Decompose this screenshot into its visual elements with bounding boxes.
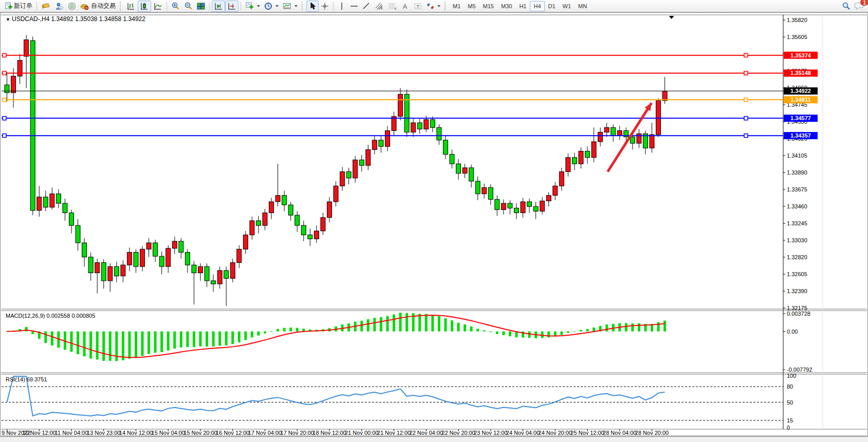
vertical-line-icon	[339, 2, 345, 10]
template-button[interactable]	[281, 1, 300, 12]
svg-text:13 Nov 23:00: 13 Nov 23:00	[87, 430, 120, 436]
arrows-icon	[427, 2, 435, 10]
new-order-icon	[4, 2, 12, 10]
candlestick-chart-button[interactable]	[138, 1, 151, 12]
svg-text:28 Nov 04:00: 28 Nov 04:00	[603, 430, 636, 436]
crosshair-icon	[321, 2, 329, 10]
svg-text:1.35820: 1.35820	[787, 17, 807, 23]
zoom-out-button[interactable]	[182, 1, 195, 12]
indicators-icon	[245, 2, 254, 10]
svg-text:11 Nov 04:00: 11 Nov 04:00	[55, 430, 88, 436]
date-axis[interactable]: 9 Nov 202210 Nov 12:0011 Nov 04:0013 Nov…	[2, 429, 669, 436]
trendline-icon	[362, 2, 371, 10]
toolbar-separator	[241, 2, 241, 11]
macd-label: MACD(12,26,9) 0.002558 0.000805	[6, 313, 95, 319]
cursor-button[interactable]	[306, 1, 319, 12]
signal-button[interactable]	[66, 1, 78, 12]
text-button[interactable]: A	[399, 1, 412, 12]
svg-text:10 Nov 12:00: 10 Nov 12:00	[23, 430, 56, 436]
svg-text:0: 0	[787, 425, 790, 431]
agent-button[interactable]	[52, 1, 66, 12]
toolbar-separator	[209, 2, 210, 11]
chat-button[interactable]: 1	[853, 1, 866, 12]
search-icon	[842, 2, 851, 10]
status-bar	[0, 437, 868, 441]
gold-ingot-button[interactable]	[39, 1, 52, 12]
line-chart-button[interactable]	[151, 1, 164, 12]
crosshair-button[interactable]	[319, 1, 331, 12]
timeframe-m30[interactable]: M30	[497, 1, 515, 11]
text-label-button[interactable]: T	[412, 1, 424, 12]
chart-canvas[interactable]: 1.358201.356051.353901.351751.349601.347…	[1, 13, 867, 436]
new-order-button[interactable]: 新订单	[2, 1, 34, 12]
toolbar-separator	[167, 2, 167, 11]
svg-text:1.32390: 1.32390	[787, 288, 807, 294]
svg-text:1.33245: 1.33245	[787, 220, 807, 226]
notification-badge: 1	[860, 0, 868, 6]
signal-icon	[68, 2, 76, 10]
search-button[interactable]	[840, 1, 853, 12]
timeframe-h4[interactable]: H4	[530, 1, 544, 11]
chart-title-symbol: USDCAD-,H4	[12, 15, 49, 23]
chart-title: ▼ USDCAD-,H4 1.34892 1.35038 1.34858 1.3…	[6, 15, 145, 23]
auto-trading-icon	[80, 2, 89, 10]
vertical-line-button[interactable]	[336, 1, 348, 12]
chart-shift-icon	[227, 2, 236, 10]
svg-text:1.33030: 1.33030	[787, 237, 807, 243]
template-icon	[283, 2, 292, 10]
svg-text:-0.007792: -0.007792	[787, 367, 812, 373]
svg-text:0.00: 0.00	[787, 329, 798, 335]
svg-text:0.003728: 0.003728	[787, 311, 810, 317]
auto-trading-button[interactable]: 自动交易	[78, 1, 118, 12]
svg-text:25 Nov 12:00: 25 Nov 12:00	[570, 430, 604, 436]
svg-text:1.34105: 1.34105	[787, 152, 807, 159]
svg-text:15 Nov 04:00: 15 Nov 04:00	[152, 430, 185, 436]
svg-text:E: E	[381, 7, 383, 10]
chart-shift-button[interactable]	[225, 1, 238, 12]
svg-text:1.35374: 1.35374	[790, 52, 811, 59]
timeframe-h1[interactable]: H1	[515, 1, 530, 11]
svg-text:28 Nov 20:00: 28 Nov 20:00	[635, 430, 669, 436]
svg-text:1.35605: 1.35605	[787, 34, 807, 40]
svg-text:1.34922: 1.34922	[790, 88, 811, 94]
svg-text:16 Nov 12:00: 16 Nov 12:00	[216, 430, 249, 436]
bar-chart-icon	[126, 2, 136, 10]
timeframe-m1[interactable]: M1	[449, 1, 464, 11]
svg-text:1.33675: 1.33675	[787, 186, 807, 193]
svg-text:22 Nov 20:00: 22 Nov 20:00	[441, 430, 475, 436]
fibonacci-icon: F	[388, 2, 397, 10]
svg-text:1.33890: 1.33890	[787, 169, 807, 176]
indicators-button[interactable]	[243, 1, 262, 12]
svg-text:21 Nov 12:00: 21 Nov 12:00	[377, 430, 411, 436]
bar-chart-button[interactable]	[124, 1, 138, 12]
svg-text:1.32605: 1.32605	[787, 271, 807, 277]
horizontal-line-button[interactable]	[348, 1, 360, 12]
channel-icon: E	[375, 2, 384, 10]
text-icon: A	[402, 2, 409, 10]
svg-text:100: 100	[787, 373, 796, 379]
svg-text:23 Nov 12:00: 23 Nov 12:00	[474, 430, 507, 436]
svg-text:T: T	[417, 4, 420, 9]
timeframe-m5[interactable]: M5	[464, 1, 479, 11]
trendline-button[interactable]	[360, 1, 373, 12]
tile-windows-icon	[197, 2, 205, 10]
timeframe-d1[interactable]: D1	[545, 1, 559, 11]
tile-windows-button[interactable]	[195, 1, 207, 12]
channel-button[interactable]: E	[373, 1, 386, 12]
template-caret	[294, 5, 298, 7]
svg-text:F: F	[395, 7, 397, 10]
periods-clock-icon	[264, 2, 273, 10]
zoom-in-button[interactable]	[169, 1, 182, 12]
timeframe-mn[interactable]: MN	[575, 1, 590, 11]
periods-button[interactable]	[262, 1, 281, 12]
svg-text:1.34811: 1.34811	[790, 97, 810, 103]
timeframe-w1[interactable]: W1	[559, 1, 575, 11]
timeframe-m15[interactable]: M15	[479, 1, 497, 11]
fibonacci-button[interactable]: F	[386, 1, 399, 12]
arrows-button[interactable]	[424, 1, 442, 12]
collapse-arrow-icon[interactable]: ▼	[6, 17, 10, 22]
text-label-icon: T	[414, 2, 422, 10]
cursor-icon	[309, 2, 316, 10]
gold-ingot-icon	[41, 2, 50, 10]
autoscroll-button[interactable]	[212, 1, 225, 12]
